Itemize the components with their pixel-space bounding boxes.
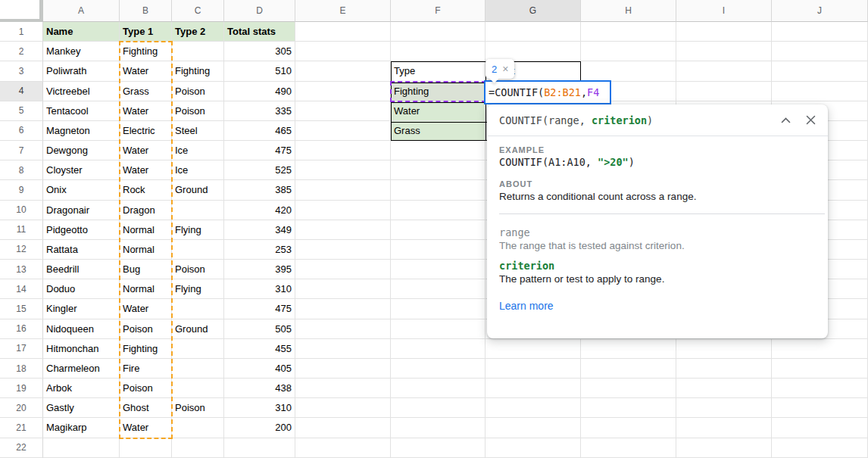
cell-A15[interactable]: Kingler [43,299,120,319]
cell-F10[interactable] [391,201,486,220]
cell-C1[interactable]: Type 2 [172,22,224,42]
cell-A8[interactable]: Cloyster [43,160,120,180]
cell-E4[interactable] [295,82,391,101]
cell-D9[interactable]: 385 [224,180,295,200]
cell-B8[interactable]: Water [120,160,172,180]
cell-I20[interactable] [676,398,772,418]
cell-A13[interactable]: Beedrill [43,260,120,279]
cell-A4[interactable]: Victreebel [43,82,120,101]
cell-D15[interactable]: 475 [224,299,295,319]
row-header-21[interactable]: 21 [0,418,43,438]
column-header-C[interactable]: C [172,0,224,22]
cell-E1[interactable] [295,22,391,42]
chevron-up-icon[interactable] [781,117,791,123]
column-header-G[interactable]: G [486,0,581,22]
cell-F19[interactable] [391,379,486,398]
cell-F2[interactable] [391,42,486,61]
cell-B1[interactable]: Type 1 [120,22,172,42]
cell-B9[interactable]: Rock [120,180,172,200]
cell-C20[interactable]: Poison [172,398,224,418]
cell-J17[interactable] [772,339,868,359]
row-header-12[interactable]: 12 [0,240,43,260]
cell-C3[interactable]: Fighting [172,61,224,81]
cell-E13[interactable] [295,260,391,279]
row-header-9[interactable]: 9 [0,180,43,200]
cell-J4[interactable] [772,82,868,101]
cell-E5[interactable] [295,101,391,121]
cell-C12[interactable] [172,240,224,260]
cell-A9[interactable]: Onix [43,180,120,200]
cell-I19[interactable] [676,379,772,398]
cell-F21[interactable] [391,418,486,438]
cell-C18[interactable] [172,359,224,379]
cell-H18[interactable] [581,359,676,379]
cell-B12[interactable]: Normal [120,240,172,260]
cell-I22[interactable] [676,438,772,458]
column-header-J[interactable]: J [772,0,868,22]
row-header-17[interactable]: 17 [0,339,43,359]
cell-D19[interactable]: 438 [224,379,295,398]
row-header-13[interactable]: 13 [0,260,43,279]
cell-D10[interactable]: 420 [224,201,295,220]
cell-J3[interactable] [772,61,868,81]
cell-F17[interactable] [391,339,486,359]
cell-H22[interactable] [581,438,676,458]
cell-A10[interactable]: Dragonair [43,201,120,220]
column-header-H[interactable]: H [581,0,676,22]
cell-C4[interactable]: Poison [172,82,224,101]
cell-D22[interactable] [224,438,295,458]
cell-E19[interactable] [295,379,391,398]
cell-F22[interactable] [391,438,486,458]
cell-A18[interactable]: Charmeleon [43,359,120,379]
row-header-5[interactable]: 5 [0,101,43,121]
cell-F18[interactable] [391,359,486,379]
cell-G19[interactable] [486,379,581,398]
row-header-3[interactable]: 3 [0,61,43,81]
cell-I2[interactable] [676,42,772,61]
preview-close-icon[interactable]: × [502,63,508,75]
cell-J20[interactable] [772,398,868,418]
cell-G1[interactable] [486,22,581,42]
cell-E2[interactable] [295,42,391,61]
cell-A7[interactable]: Dewgong [43,141,120,160]
row-header-7[interactable]: 7 [0,141,43,160]
cell-F13[interactable] [391,260,486,279]
cell-I1[interactable] [676,22,772,42]
cell-J1[interactable] [772,22,868,42]
cell-I17[interactable] [676,339,772,359]
cell-E17[interactable] [295,339,391,359]
cell-F5[interactable]: Water [391,101,486,121]
column-header-F[interactable]: F [391,0,486,22]
cell-E3[interactable] [295,61,391,81]
cell-G22[interactable] [486,438,581,458]
cell-E18[interactable] [295,359,391,379]
row-header-18[interactable]: 18 [0,359,43,379]
cell-H17[interactable] [581,339,676,359]
cell-C11[interactable]: Flying [172,220,224,240]
cell-E12[interactable] [295,240,391,260]
cell-C9[interactable]: Ground [172,180,224,200]
cell-A1[interactable]: Name [43,22,120,42]
cell-B20[interactable]: Ghost [120,398,172,418]
row-header-11[interactable]: 11 [0,220,43,240]
row-header-4[interactable]: 4 [0,82,43,101]
cell-A11[interactable]: Pidgeotto [43,220,120,240]
cell-F9[interactable] [391,180,486,200]
cell-A14[interactable]: Doduo [43,279,120,299]
cell-C6[interactable]: Steel [172,121,224,141]
cell-A16[interactable]: Nidoqueen [43,319,120,339]
cell-F1[interactable] [391,22,486,42]
cell-D16[interactable]: 505 [224,319,295,339]
cell-G17[interactable] [486,339,581,359]
cell-C10[interactable] [172,201,224,220]
cell-E20[interactable] [295,398,391,418]
cell-D18[interactable]: 405 [224,359,295,379]
cell-B2[interactable]: Fighting [120,42,172,61]
cell-D8[interactable]: 525 [224,160,295,180]
cell-A21[interactable]: Magikarp [43,418,120,438]
cell-F16[interactable] [391,319,486,339]
cell-F11[interactable] [391,220,486,240]
cell-B7[interactable]: Water [120,141,172,160]
row-header-16[interactable]: 16 [0,319,43,339]
cell-E7[interactable] [295,141,391,160]
